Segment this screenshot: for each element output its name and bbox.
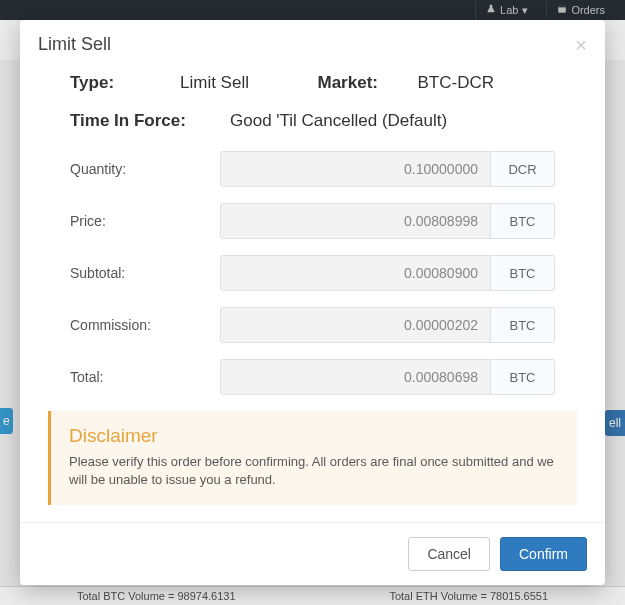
commission-input[interactable] bbox=[220, 307, 491, 343]
total-unit: BTC bbox=[491, 359, 555, 395]
tif-label: Time In Force: bbox=[70, 111, 230, 131]
market-value: BTC-DCR bbox=[418, 73, 556, 93]
disclaimer-box: Disclaimer Please verify this order befo… bbox=[48, 411, 577, 505]
quantity-input[interactable] bbox=[220, 151, 491, 187]
close-icon[interactable]: × bbox=[575, 35, 587, 55]
type-value: Limit Sell bbox=[180, 73, 318, 93]
market-label: Market: bbox=[318, 73, 418, 93]
price-unit: BTC bbox=[491, 203, 555, 239]
type-label: Type: bbox=[70, 73, 180, 93]
subtotal-unit: BTC bbox=[491, 255, 555, 291]
modal-title: Limit Sell bbox=[38, 34, 111, 55]
disclaimer-text: Please verify this order before confirmi… bbox=[69, 453, 559, 489]
disclaimer-title: Disclaimer bbox=[69, 425, 559, 447]
commission-label: Commission: bbox=[70, 317, 220, 333]
quantity-label: Quantity: bbox=[70, 161, 220, 177]
modal-header: Limit Sell × bbox=[20, 20, 605, 67]
price-input[interactable] bbox=[220, 203, 491, 239]
modal-body: Type: Limit Sell Market: BTC-DCR Time In… bbox=[20, 67, 605, 522]
subtotal-label: Subtotal: bbox=[70, 265, 220, 281]
modal-footer: Cancel Confirm bbox=[20, 522, 605, 585]
quantity-unit: DCR bbox=[491, 151, 555, 187]
confirm-button[interactable]: Confirm bbox=[500, 537, 587, 571]
limit-sell-modal: Limit Sell × Type: Limit Sell Market: BT… bbox=[20, 20, 605, 585]
price-label: Price: bbox=[70, 213, 220, 229]
cancel-button[interactable]: Cancel bbox=[408, 537, 490, 571]
tif-value: Good 'Til Cancelled (Default) bbox=[230, 111, 555, 131]
total-label: Total: bbox=[70, 369, 220, 385]
commission-unit: BTC bbox=[491, 307, 555, 343]
subtotal-input[interactable] bbox=[220, 255, 491, 291]
total-input[interactable] bbox=[220, 359, 491, 395]
